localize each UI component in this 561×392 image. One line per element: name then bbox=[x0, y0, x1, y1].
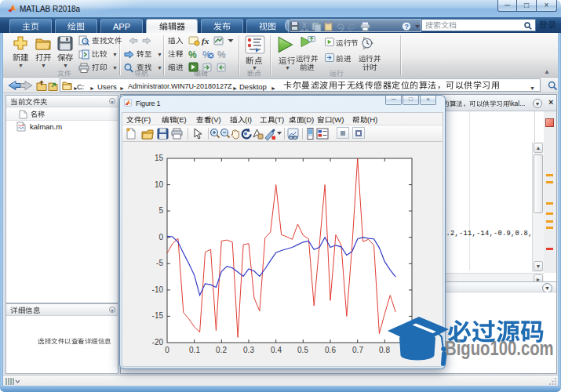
svg-text:%: % bbox=[188, 49, 197, 60]
svg-text:fx: fx bbox=[202, 36, 209, 45]
svg-text:%: % bbox=[217, 49, 226, 60]
svg-text:?: ? bbox=[405, 23, 410, 31]
